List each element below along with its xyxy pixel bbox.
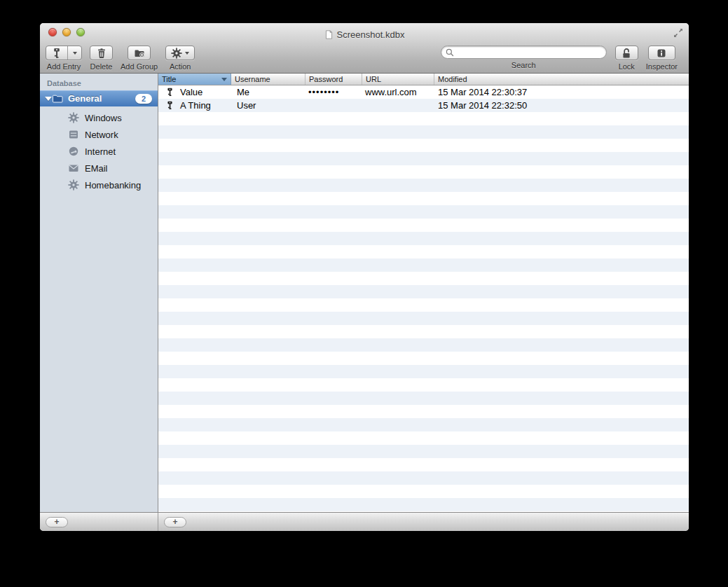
minimize-button[interactable] [62, 28, 71, 36]
titlebar[interactable]: Screenshot.kdbx [40, 23, 689, 41]
table-body: Value Me •••••••• www.url.com 15 Mar 201… [158, 85, 689, 512]
column-header-label: Title [162, 75, 176, 83]
sidebar-item-label: Internet [85, 146, 116, 157]
toolbar-item-action: Action [165, 46, 195, 71]
fullscreen-icon[interactable] [673, 27, 684, 39]
action-label: Action [170, 62, 191, 71]
table-header: Title Username Password URL Modified [158, 74, 689, 85]
app-window: Screenshot.kdbx [40, 23, 689, 531]
column-header-label: Modified [438, 75, 467, 83]
entry-table: Title Username Password URL Modified [158, 74, 689, 512]
column-header-username[interactable]: Username [231, 74, 305, 85]
traffic-lights [48, 28, 85, 36]
open-padlock-icon [621, 48, 632, 59]
column-header-label: URL [366, 75, 381, 83]
entry-username: Me [237, 87, 249, 97]
chevron-down-icon [73, 52, 77, 55]
column-header-label: Username [235, 75, 270, 83]
sidebar-item-windows[interactable]: Windows [40, 109, 158, 126]
entry-row-1[interactable]: Value Me •••••••• www.url.com 15 Mar 201… [158, 85, 689, 99]
column-header-url[interactable]: URL [362, 74, 434, 85]
sidebar-item-network[interactable]: Network [40, 126, 158, 143]
gear-icon [68, 179, 79, 191]
table-bottom-bar: + [158, 513, 689, 531]
sidebar-bottom-bar: + [40, 513, 158, 531]
content-area: Database General 2 Windows [40, 74, 689, 512]
inspector-label: Inspector [646, 62, 678, 71]
entry-modified: 15 Mar 2014 22:30:37 [438, 87, 527, 97]
toolbar-item-lock: Lock [615, 46, 638, 71]
window-title: Screenshot.kdbx [337, 29, 405, 40]
delete-button[interactable] [90, 46, 113, 60]
inspector-button[interactable] [648, 46, 675, 60]
entry-row-2[interactable]: A Thing User 15 Mar 2014 22:32:50 [158, 99, 689, 112]
info-icon [656, 48, 667, 59]
column-header-label: Password [309, 75, 343, 83]
search-field[interactable] [441, 46, 607, 59]
add-group-label: Add Group [121, 62, 158, 71]
add-entry-label: Add Entry [47, 62, 81, 71]
document-icon [324, 30, 334, 39]
sidebar-item-label: EMail [85, 163, 108, 174]
add-group-plus-button[interactable]: + [46, 517, 68, 527]
server-icon [68, 129, 79, 140]
gear-icon [68, 112, 79, 123]
disclosure-triangle-icon[interactable] [45, 97, 52, 101]
toolbar-item-delete: Delete [90, 46, 113, 71]
folder-icon [52, 93, 63, 104]
search-input[interactable] [457, 47, 602, 58]
window-chrome: Screenshot.kdbx [40, 23, 689, 74]
chevron-down-icon [185, 52, 189, 55]
entry-title: A Thing [180, 100, 211, 111]
bottom-bar: + + [40, 512, 689, 531]
envelope-icon [68, 163, 79, 174]
key-icon [165, 101, 174, 110]
magnifier-icon [446, 48, 454, 57]
entry-url: www.url.com [365, 87, 417, 97]
column-header-password[interactable]: Password [305, 74, 362, 85]
add-entry-dropdown[interactable] [68, 46, 81, 60]
sidebar-item-label: General [68, 93, 135, 104]
entry-modified: 15 Mar 2014 22:32:50 [438, 100, 527, 111]
close-button[interactable] [48, 28, 57, 36]
globe-icon [68, 146, 79, 157]
sidebar-item-label: Windows [85, 113, 122, 123]
sort-descending-icon [221, 78, 227, 81]
sidebar-section-header: Database [40, 74, 158, 90]
toolbar: Add Entry [40, 41, 689, 73]
sidebar-group-list: Windows Network Internet [40, 109, 158, 193]
sidebar-item-label: Homebanking [85, 180, 141, 191]
entry-count-badge: 2 [135, 94, 152, 104]
toolbar-item-inspector: Inspector [646, 46, 678, 71]
column-header-title[interactable]: Title [158, 74, 231, 85]
action-button[interactable] [165, 46, 195, 60]
add-group-button[interactable] [128, 46, 151, 60]
lock-button[interactable] [615, 46, 638, 60]
sidebar-item-homebanking[interactable]: Homebanking [40, 177, 158, 193]
search-label: Search [511, 61, 536, 69]
sidebar-item-email[interactable]: EMail [40, 160, 158, 177]
add-folder-icon [134, 48, 145, 59]
toolbar-item-add-group: Add Group [121, 46, 158, 71]
column-header-modified[interactable]: Modified [434, 74, 689, 85]
lock-label: Lock [619, 62, 635, 71]
key-icon [51, 48, 62, 59]
entry-username: User [237, 100, 256, 111]
trash-icon [96, 48, 107, 59]
add-entry-button[interactable] [46, 46, 82, 60]
add-entry-plus-button[interactable]: + [164, 517, 186, 527]
delete-label: Delete [90, 62, 113, 71]
toolbar-item-search: Search [441, 46, 607, 69]
sidebar: Database General 2 Windows [40, 74, 158, 512]
sidebar-item-internet[interactable]: Internet [40, 143, 158, 160]
sidebar-item-label: Network [85, 130, 118, 140]
toolbar-item-add-entry: Add Entry [46, 46, 82, 71]
entry-password-masked: •••••••• [308, 87, 339, 97]
entry-title: Value [180, 87, 202, 97]
title-proxy: Screenshot.kdbx [324, 25, 405, 40]
gear-icon [171, 48, 182, 59]
zoom-button[interactable] [76, 28, 85, 36]
key-icon [165, 88, 174, 97]
sidebar-item-general[interactable]: General 2 [40, 90, 158, 106]
